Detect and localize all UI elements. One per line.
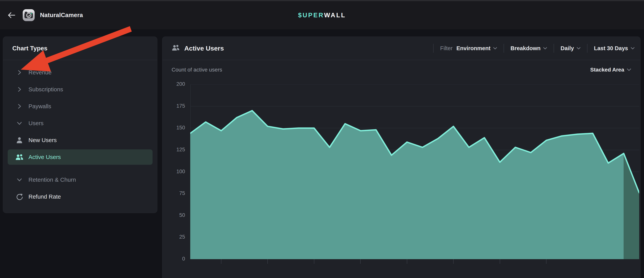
camera-app-icon <box>22 9 35 21</box>
x-axis-tick <box>500 259 500 264</box>
chevron-right-icon <box>16 68 24 76</box>
chart-subtitle: Count of active users <box>172 67 222 73</box>
chevron-down-icon <box>16 119 24 127</box>
divider <box>587 44 588 53</box>
y-axis-label: 100 <box>162 169 185 175</box>
x-axis-tick <box>221 259 222 264</box>
chevron-down-icon <box>543 47 547 50</box>
sidebar-item-label: Active Users <box>28 154 61 160</box>
x-axis-tick <box>546 259 546 264</box>
y-axis-label: 75 <box>162 190 185 196</box>
chart-types-list: Revenue Subscriptions Paywalls Users New… <box>3 60 157 203</box>
x-axis-tick <box>267 259 268 264</box>
logo-part-white: WALL <box>324 11 346 19</box>
y-axis-label: 150 <box>162 125 185 131</box>
control-prefix: Filter <box>440 45 452 51</box>
sidebar-item-new-users[interactable]: New Users <box>8 134 152 146</box>
sidebar-item-label: Subscriptions <box>28 86 63 93</box>
control-value: Daily <box>560 45 574 51</box>
y-axis-label: 175 <box>162 103 185 109</box>
chart-controls: FilterEnvironment Breakdown Daily Last 3… <box>427 44 634 53</box>
divider <box>433 44 434 53</box>
chevron-down-icon <box>631 47 634 50</box>
sidebar-item-label: Revenue <box>28 69 52 76</box>
sidebar-item-label: Refund Rate <box>28 193 61 200</box>
chevron-down-icon <box>16 176 24 184</box>
control-breakdown[interactable]: Breakdown <box>510 45 547 51</box>
control-value: Environment <box>456 45 490 51</box>
control-value: Last 30 Days <box>594 45 628 51</box>
sidebar-item-refund-rate[interactable]: Refund Rate <box>8 191 152 203</box>
chevron-right-icon <box>16 85 24 93</box>
y-axis-label: 0 <box>162 256 185 262</box>
sidebar-item-label: Users <box>28 120 44 126</box>
sidebar-item-label: New Users <box>28 137 57 143</box>
y-axis-label: 50 <box>162 212 185 218</box>
active-users-panel: Active Users FilterEnvironment Breakdown… <box>162 36 640 278</box>
chevron-down-icon <box>627 68 631 71</box>
sidebar-item-retention-churn[interactable]: Retention & Churn <box>8 174 152 186</box>
y-axis-label: 200 <box>162 81 185 87</box>
chevron-down-icon <box>493 47 497 50</box>
sidebar-item-users[interactable]: Users <box>8 117 152 129</box>
sidebar-item-paywalls[interactable]: Paywalls <box>8 100 152 112</box>
y-axis-label: 125 <box>162 147 185 153</box>
chart-type-selector[interactable]: Stacked Area <box>590 67 631 73</box>
sidebar-item-label: Retention & Churn <box>28 177 76 183</box>
control-environment[interactable]: FilterEnvironment <box>440 45 497 51</box>
users-icon <box>172 44 180 52</box>
divider <box>554 44 554 53</box>
top-bar: NaturalCamera $UPERWALL <box>0 0 644 29</box>
control-value: Breakdown <box>510 45 540 51</box>
sidebar-item-active-users[interactable]: Active Users <box>8 149 152 165</box>
x-axis-tick <box>453 259 454 264</box>
control-last-30-days[interactable]: Last 30 Days <box>594 45 634 51</box>
app-name: NaturalCamera <box>40 12 83 19</box>
x-axis-tick <box>314 259 314 264</box>
chevron-down-icon <box>577 47 580 50</box>
chevron-right-icon <box>16 102 24 110</box>
sidebar-item-revenue[interactable]: Revenue <box>8 66 152 79</box>
x-axis-tick <box>407 259 407 264</box>
back-button[interactable] <box>6 9 17 21</box>
x-axis-tick <box>360 259 361 264</box>
active-users-area-chart[interactable] <box>190 84 639 259</box>
chart-title: Active Users <box>184 45 224 52</box>
superwall-logo: $UPERWALL <box>298 1 346 29</box>
chart-types-panel: Chart Types Revenue Subscriptions Paywal… <box>3 36 157 213</box>
sidebar-item-subscriptions[interactable]: Subscriptions <box>8 83 152 96</box>
chart-type-value: Stacked Area <box>590 67 624 73</box>
camera-flash-dot <box>31 13 32 14</box>
refresh-icon <box>16 193 24 201</box>
arrow-left-icon <box>7 11 16 19</box>
chart-types-header: Chart Types <box>3 37 157 60</box>
logo-part-teal: $UPER <box>298 11 324 19</box>
chart-panel-header: Active Users FilterEnvironment Breakdown… <box>162 37 640 60</box>
user-icon <box>16 136 24 144</box>
chart-types-title: Chart Types <box>12 45 48 52</box>
divider <box>504 44 504 53</box>
sidebar-item-label: Paywalls <box>28 103 51 110</box>
users-icon <box>16 153 24 161</box>
control-daily[interactable]: Daily <box>560 45 580 51</box>
y-axis-label: 25 <box>162 234 185 240</box>
